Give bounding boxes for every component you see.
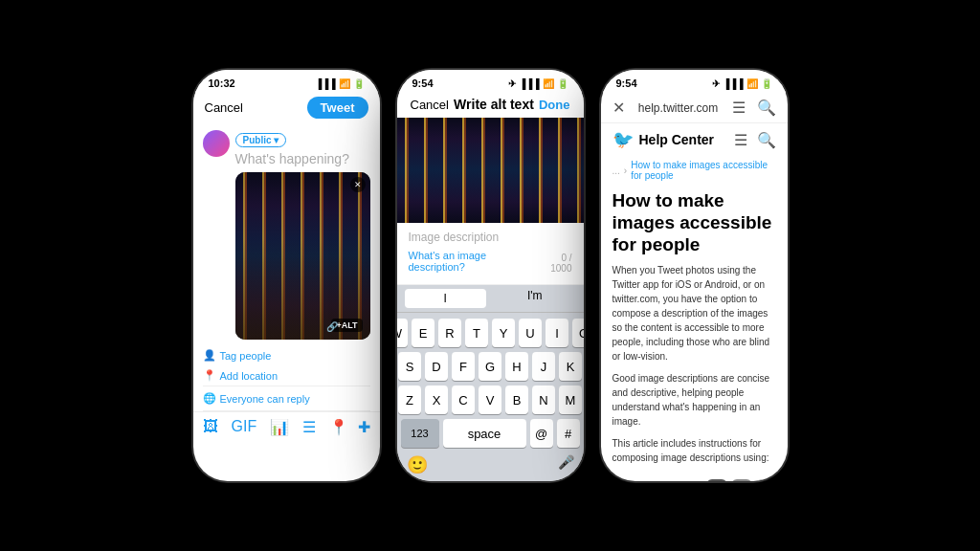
- alt-cancel-button[interactable]: Cancel: [411, 98, 449, 112]
- mic-icon[interactable]: 🎤: [558, 454, 574, 475]
- audience-selector[interactable]: Public ▾: [235, 133, 286, 147]
- alt-image-preview: [397, 118, 584, 223]
- ios-icon[interactable]: 📱: [706, 479, 727, 481]
- battery-icon-3: 🔋: [761, 78, 772, 89]
- at-key[interactable]: @: [530, 419, 553, 448]
- url-bar[interactable]: help.twitter.com: [638, 101, 718, 115]
- key-r[interactable]: R: [438, 319, 461, 347]
- wifi-icon: 📶: [339, 78, 350, 89]
- keyboard: Q W E R T Y U I O P A S D F G H J K L: [397, 313, 584, 481]
- time-3: 9:54: [616, 77, 637, 89]
- status-icons-3: ✈ ▐▐▐ 📶 🔋: [712, 78, 771, 89]
- signal-icon-2: ▐▐▐: [519, 78, 539, 89]
- browser-nav: ✕ help.twitter.com ☰ 🔍: [601, 93, 788, 123]
- location-status-icon-3: ✈: [712, 78, 720, 89]
- add-location-button[interactable]: 📍 Add location: [193, 365, 380, 386]
- key-w[interactable]: W: [397, 319, 409, 347]
- word-suggestion-im[interactable]: I'm: [494, 289, 576, 308]
- header-icons: ☰ 🔍: [734, 131, 776, 149]
- compose-icon[interactable]: ✚: [358, 418, 370, 436]
- numbers-key[interactable]: 123: [401, 419, 439, 448]
- word-suggestions: I I'm: [397, 285, 584, 313]
- gif-icon[interactable]: GIF: [232, 418, 257, 436]
- nav-bar-composer: Cancel Tweet: [193, 93, 380, 124]
- key-s[interactable]: S: [398, 352, 421, 381]
- key-g[interactable]: G: [479, 352, 501, 381]
- phone-alt-text: 9:54 ✈ ▐▐▐ 📶 🔋 Cancel Write alt text Don…: [397, 70, 584, 481]
- kb-row-4: 123 space @ #: [401, 419, 580, 448]
- tag-people-button[interactable]: 👤 Tag people: [193, 345, 380, 365]
- remove-image-button[interactable]: ✕: [350, 177, 366, 192]
- location-icon: 📍: [203, 369, 216, 382]
- key-e[interactable]: E: [412, 319, 434, 347]
- kb-row-3: ⇧ Z X C V B N M ⌫: [401, 386, 580, 414]
- cancel-button[interactable]: Cancel: [205, 100, 243, 115]
- twitter-bird-icon: 🐦: [612, 129, 634, 150]
- key-u[interactable]: U: [519, 319, 542, 347]
- browser-close-button[interactable]: ✕: [612, 99, 625, 117]
- signal-icon-3: ▐▐▐: [723, 78, 743, 89]
- chevron-down-icon: ▾: [274, 135, 278, 145]
- key-c[interactable]: C: [452, 386, 475, 414]
- link-icon: 🔗: [326, 321, 338, 332]
- kb-bottom-row: 🙂 🎤: [401, 452, 580, 477]
- search-icon[interactable]: 🔍: [757, 99, 776, 117]
- breadcrumb-link[interactable]: How to make images accessible for people: [631, 160, 775, 181]
- key-t[interactable]: T: [465, 319, 488, 347]
- key-b[interactable]: B: [505, 386, 528, 414]
- time-1: 10:32: [209, 77, 235, 89]
- article-para-1: When you Tweet photos using the Twitter …: [612, 263, 776, 364]
- alt-done-button[interactable]: Done: [539, 98, 570, 112]
- bottom-toolbar: 🖼 GIF 📊 ☰ 📍 ✚: [193, 411, 380, 442]
- everyone-reply-row[interactable]: 🌐 Everyone can reply: [193, 386, 380, 410]
- platform-icons: 📱 🤖 🌐: [695, 479, 787, 481]
- key-m[interactable]: M: [559, 386, 582, 414]
- hash-key[interactable]: #: [557, 419, 580, 448]
- image-preview: ✕ +ALT 🔗: [235, 172, 370, 340]
- tweet-button[interactable]: Tweet: [307, 97, 368, 119]
- wifi-icon-3: 📶: [746, 78, 758, 89]
- key-y[interactable]: Y: [492, 319, 515, 347]
- article-para-3: This article includes instructions for c…: [612, 436, 776, 465]
- breadcrumb-chevron: ›: [624, 165, 627, 176]
- key-d[interactable]: D: [425, 352, 448, 381]
- status-bar-3: 9:54 ✈ ▐▐▐ 📶 🔋: [601, 70, 788, 93]
- alt-text-title: Write alt text: [454, 97, 534, 112]
- android-icon[interactable]: 🤖: [731, 479, 752, 481]
- key-h[interactable]: H: [505, 352, 528, 381]
- key-i[interactable]: I: [546, 319, 568, 347]
- location-toolbar-icon[interactable]: 📍: [329, 418, 348, 436]
- key-n[interactable]: N: [532, 386, 555, 414]
- key-j[interactable]: J: [532, 352, 555, 381]
- menu-icon[interactable]: ☰: [732, 99, 746, 117]
- article-body: When you Tweet photos using the Twitter …: [601, 263, 788, 465]
- key-o[interactable]: O: [572, 319, 584, 347]
- alt-link[interactable]: What's an image description?: [409, 250, 540, 273]
- web-icon[interactable]: 🌐: [756, 479, 777, 481]
- alt-text-input-area: Image description What's an image descri…: [397, 223, 584, 285]
- poll-icon[interactable]: 📊: [270, 418, 289, 436]
- preview-image: [235, 172, 370, 340]
- list-icon[interactable]: ☰: [302, 418, 316, 436]
- status-bar-1: 10:32 ▐▐▐ 📶 🔋: [193, 70, 380, 93]
- photo-icon[interactable]: 🖼: [203, 418, 218, 436]
- word-suggestion-i[interactable]: I: [405, 289, 487, 308]
- key-x[interactable]: X: [425, 386, 448, 414]
- battery-icon-2: 🔋: [557, 78, 568, 89]
- breadcrumb-more[interactable]: ...: [612, 165, 620, 176]
- battery-icon: 🔋: [353, 78, 365, 89]
- composer-area: Public ▾ What's happening? ✕ +ALT 🔗: [193, 124, 380, 345]
- alt-text-nav: Cancel Write alt text Done: [397, 93, 584, 118]
- kb-row-1: Q W E R T Y U I O P: [401, 319, 580, 347]
- emoji-icon[interactable]: 🙂: [407, 454, 428, 475]
- key-k[interactable]: K: [559, 352, 582, 381]
- article-para-2: Good image descriptions are concise and …: [612, 371, 776, 429]
- search-header-icon[interactable]: 🔍: [757, 131, 776, 149]
- space-key[interactable]: space: [443, 419, 526, 448]
- hamburger-icon[interactable]: ☰: [734, 131, 747, 149]
- twitter-logo-area: 🐦 Help Center: [612, 129, 715, 150]
- alt-text-input[interactable]: Image description: [409, 231, 572, 244]
- key-v[interactable]: V: [479, 386, 501, 414]
- key-f[interactable]: F: [452, 352, 475, 381]
- key-z[interactable]: Z: [398, 386, 421, 414]
